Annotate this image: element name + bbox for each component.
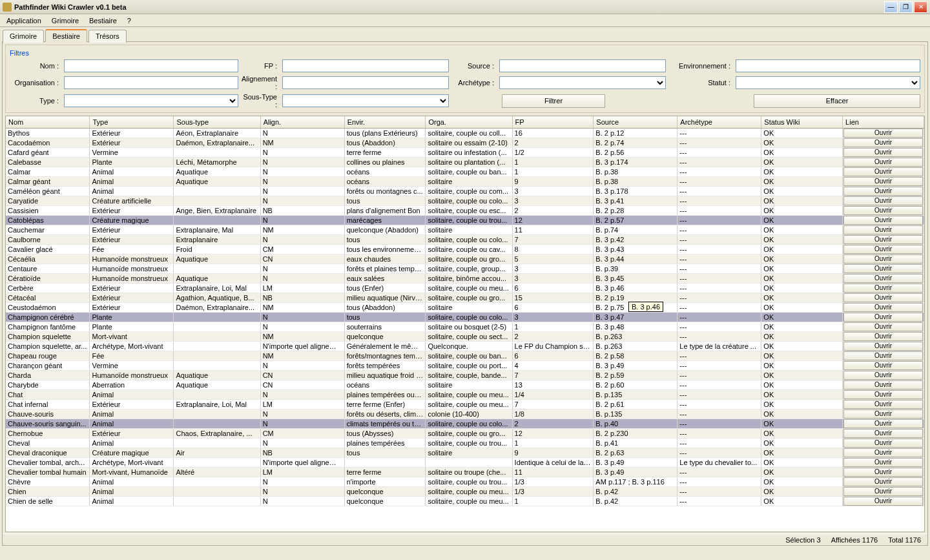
ouvrir-button[interactable]: Ouvrir — [843, 177, 922, 186]
ouvrir-button[interactable]: Ouvrir — [843, 167, 922, 176]
column-header[interactable]: Envir. — [344, 116, 426, 128]
ouvrir-button[interactable]: Ouvrir — [843, 216, 922, 225]
ouvrir-button[interactable]: Ouvrir — [843, 196, 922, 205]
table-row[interactable]: CauchemarExtérieurExtraplanaire, MalNMqu… — [6, 225, 924, 234]
table-row[interactable]: ChèvreAnimalNn'importesolitaire, couple … — [6, 477, 924, 486]
table-row[interactable]: CécaéliaHumanoïde monstrueuxAquatiqueCNe… — [6, 254, 924, 264]
ouvrir-button[interactable]: Ouvrir — [843, 313, 922, 322]
table-row[interactable]: Charançon géantVermineNforêts tempéréess… — [6, 360, 924, 370]
table-wrap[interactable]: NomTypeSous-typeAlign.Envir.Orga.FPSourc… — [5, 116, 925, 532]
table-row[interactable]: CératioïdeHumanoïde monstrueuxAquatiqueN… — [6, 273, 924, 283]
ouvrir-button[interactable]: Ouvrir — [843, 138, 922, 147]
ouvrir-button[interactable]: Ouvrir — [843, 254, 922, 264]
ouvrir-button[interactable]: Ouvrir — [843, 235, 922, 244]
effacer-button[interactable]: Effacer — [754, 94, 920, 108]
table-row[interactable]: CeustodaémonExtérieurDaémon, Extraplanai… — [6, 302, 924, 312]
ouvrir-button[interactable]: Ouvrir — [843, 361, 922, 370]
ouvrir-button[interactable]: Ouvrir — [843, 371, 922, 380]
table-row[interactable]: Cheval draconiqueCréature magiqueAirNBto… — [6, 448, 924, 457]
table-row[interactable]: BythosExtérieurAéon, ExtraplanaireNtous … — [6, 128, 924, 138]
ouvrir-button[interactable]: Ouvrir — [843, 148, 922, 157]
table-row[interactable]: Champion squeletteMort-vivantNMquelconqu… — [6, 331, 924, 341]
table-row[interactable]: Champion squelette, ar...Archétype, Mort… — [6, 341, 924, 351]
column-header[interactable]: FP — [512, 116, 594, 128]
table-row[interactable]: Chauve-sourisAnimalNforêts ou déserts, c… — [6, 409, 924, 419]
ouvrir-button[interactable]: Ouvrir — [843, 158, 922, 167]
tab-grimoire[interactable]: Grimoire — [3, 30, 44, 43]
table-row[interactable]: Caméléon géantAnimalNforêts ou montagnes… — [6, 186, 924, 196]
table-row[interactable]: CalebassePlanteLéchi, MétamorpheNcolline… — [6, 157, 924, 167]
column-header[interactable]: Orga. — [426, 116, 512, 128]
ouvrir-button[interactable]: Ouvrir — [843, 390, 922, 399]
ouvrir-button[interactable]: Ouvrir — [843, 225, 922, 234]
table-row[interactable]: Champignon cérébréPlanteNtoussolitaire, … — [6, 312, 924, 322]
menu-bestiaire[interactable]: Bestiaire — [84, 16, 122, 26]
column-header[interactable]: Archétype — [677, 116, 761, 128]
table-row[interactable]: CétacéalExtérieurAgathion, Aquatique, B.… — [6, 293, 924, 302]
ouvrir-button[interactable]: Ouvrir — [843, 351, 922, 360]
column-header[interactable]: Align. — [260, 116, 344, 128]
table-row[interactable]: ChernobueExtérieurChaos, Extraplanaire, … — [6, 428, 924, 438]
table-row[interactable]: Chien de selleAnimalNquelconquesolitaire… — [6, 496, 924, 506]
ouvrir-button[interactable]: Ouvrir — [843, 429, 922, 438]
table-row[interactable]: CentaureHumanoïde monstrueuxNforêts et p… — [6, 264, 924, 273]
menu-application[interactable]: Application — [1, 16, 46, 26]
fp-input[interactable] — [282, 59, 449, 72]
ouvrir-button[interactable]: Ouvrir — [843, 487, 922, 496]
source-input[interactable] — [499, 59, 666, 72]
filtrer-button[interactable]: Filtrer — [502, 94, 605, 108]
arch-select[interactable] — [499, 76, 666, 89]
table-row[interactable]: Cavalier glacéFéeFroidCMtous les environ… — [6, 244, 924, 254]
align-input[interactable] — [282, 76, 449, 89]
tab-tresors[interactable]: Trésors — [88, 30, 127, 43]
ouvrir-button[interactable]: Ouvrir — [843, 206, 922, 215]
tab-bestiaire[interactable]: Bestiaire — [45, 29, 87, 42]
column-header[interactable]: Lien — [843, 116, 924, 128]
table-row[interactable]: CassisienExtérieurAnge, Bien, Extraplana… — [6, 205, 924, 215]
ouvrir-button[interactable]: Ouvrir — [843, 187, 922, 196]
table-row[interactable]: ChardaHumanoïde monstrueuxAquatiqueCNmil… — [6, 370, 924, 380]
column-header[interactable]: Nom — [6, 116, 90, 128]
ouvrir-button[interactable]: Ouvrir — [843, 293, 922, 302]
table-row[interactable]: Chapeau rougeFéeNMforêts/montagnes temp.… — [6, 351, 924, 360]
table-row[interactable]: Champignon fantômePlanteNsouterrainssoli… — [6, 322, 924, 331]
ouvrir-button[interactable]: Ouvrir — [843, 342, 922, 351]
column-header[interactable]: Type — [90, 116, 174, 128]
column-header[interactable]: Status Wiki — [761, 116, 843, 128]
type-select[interactable] — [64, 94, 238, 107]
ouvrir-button[interactable]: Ouvrir — [843, 439, 922, 448]
ouvrir-button[interactable]: Ouvrir — [843, 284, 922, 293]
minimize-button[interactable]: — — [884, 1, 898, 13]
table-row[interactable]: CaulborneExtérieurExtraplanaireNtoussoli… — [6, 234, 924, 244]
table-row[interactable]: CacodaémonExtérieurDaémon, Extraplanaire… — [6, 138, 924, 147]
ouvrir-button[interactable]: Ouvrir — [843, 380, 922, 389]
ouvrir-button[interactable]: Ouvrir — [843, 477, 922, 486]
table-row[interactable]: Chauve-souris sanguin...AnimalNclimats t… — [6, 419, 924, 428]
table-row[interactable]: Chevalier tombal, arch...Archétype, Mort… — [6, 457, 924, 467]
table-row[interactable]: CaryatideCréature artificielleNtoussolit… — [6, 196, 924, 205]
ouvrir-button[interactable]: Ouvrir — [843, 468, 922, 477]
org-input[interactable] — [64, 76, 238, 89]
ouvrir-button[interactable]: Ouvrir — [843, 400, 922, 409]
ouvrir-button[interactable]: Ouvrir — [843, 332, 922, 341]
menu-help[interactable]: ? — [122, 16, 136, 26]
env-input[interactable] — [736, 59, 920, 72]
table-row[interactable]: ChevalAnimalNplaines tempéréessolitaire,… — [6, 438, 924, 448]
ouvrir-button[interactable]: Ouvrir — [843, 274, 922, 283]
ouvrir-button[interactable]: Ouvrir — [843, 419, 922, 428]
ouvrir-button[interactable]: Ouvrir — [843, 303, 922, 312]
table-row[interactable]: Chat infernalExtérieurExtraplanaire, Loi… — [6, 399, 924, 409]
ouvrir-button[interactable]: Ouvrir — [843, 448, 922, 457]
ouvrir-button[interactable]: Ouvrir — [843, 497, 922, 506]
nom-input[interactable] — [64, 59, 238, 72]
table-row[interactable]: Calmar géantAnimalAquatiqueNocéanssolita… — [6, 176, 924, 186]
table-row[interactable]: Chevalier tombal humainMort-vivant, Huma… — [6, 467, 924, 477]
table-row[interactable]: CatoblépasCréature magiqueNmarécagessoli… — [6, 215, 924, 225]
soustype-select[interactable] — [282, 94, 449, 107]
ouvrir-button[interactable]: Ouvrir — [843, 458, 922, 467]
table-row[interactable]: CalmarAnimalAquatiqueNocéanssolitaire, c… — [6, 167, 924, 176]
column-header[interactable]: Source — [594, 116, 677, 128]
statut-select[interactable] — [736, 76, 920, 89]
column-header[interactable]: Sous-type — [174, 116, 260, 128]
maximize-button[interactable]: ❐ — [899, 1, 913, 13]
